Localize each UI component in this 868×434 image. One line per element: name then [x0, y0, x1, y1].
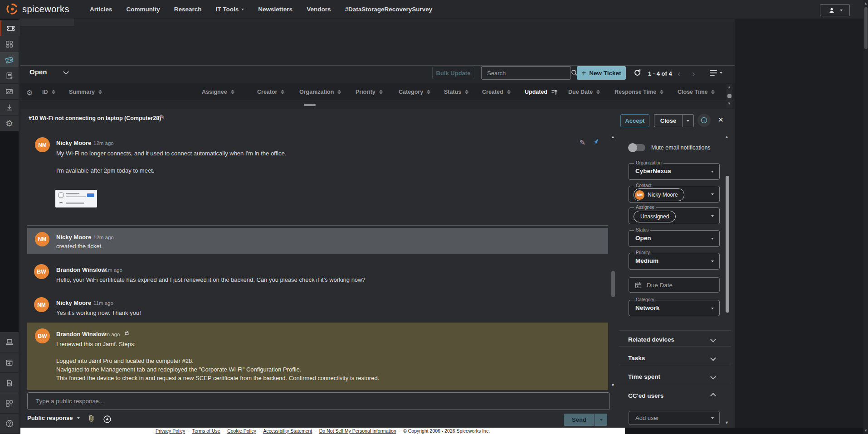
nav-item-it-tools[interactable]: IT Tools [216, 6, 244, 13]
column-header-created[interactable]: Created [482, 83, 511, 101]
sidebar-item-widgets-alert[interactable] [0, 393, 19, 414]
nav-item-vendors[interactable]: Vendors [307, 6, 331, 13]
panel-scroll-down-icon[interactable]: ▼ [725, 420, 729, 425]
category-select[interactable]: Category Network [629, 300, 720, 316]
thread-scroll-down-icon[interactable]: ▼ [611, 383, 615, 387]
message-time: 12m ago [93, 235, 114, 240]
panel-scroll-up-icon[interactable]: ▲ [725, 135, 729, 139]
column-header-close-time[interactable]: Close Time [678, 83, 715, 101]
panel-scrollbar-thumb[interactable] [726, 176, 729, 313]
priority-select[interactable]: Priority Medium [629, 253, 720, 270]
next-page-icon[interactable]: › [692, 68, 695, 79]
response-mode-dropdown[interactable]: Public response [27, 415, 80, 421]
section-related-devices[interactable]: Related devices [628, 336, 719, 343]
footer-link-accessibility[interactable]: Accessibility Statement [259, 428, 312, 434]
brand-name[interactable]: spiceworks [22, 4, 69, 14]
brand[interactable]: spiceworks [5, 2, 69, 16]
nav-item-community[interactable]: Community [127, 6, 160, 13]
footer-link-privacy[interactable]: Privacy Policy [156, 428, 185, 434]
table-horizontal-scrollbar-thumb[interactable] [304, 104, 316, 106]
footer-link-do-not-sell[interactable]: Do Not Sell My Personal Information [315, 428, 396, 434]
nav-item-survey[interactable]: #DataStorageRecoverySurvey [345, 6, 432, 13]
response-input[interactable] [28, 398, 610, 405]
laptop-icon [5, 338, 14, 347]
edit-message-pencil-icon[interactable]: ✎ [580, 139, 585, 147]
ticket-filter-dropdown[interactable]: Open [29, 68, 68, 76]
scroll-up-arrow-icon[interactable]: ▲ [727, 85, 731, 89]
send-button[interactable]: Send [564, 414, 595, 426]
refresh-icon[interactable] [633, 68, 642, 77]
footer-link-cookie[interactable]: Cookie Policy [223, 428, 256, 434]
pin-message-icon[interactable] [592, 138, 600, 146]
column-header-priority[interactable]: Priority [356, 83, 383, 101]
column-header-organization[interactable]: Organization [299, 83, 341, 101]
nav-item-newsletters[interactable]: Newsletters [258, 6, 293, 13]
thread-scrollbar-thumb[interactable] [611, 271, 615, 297]
sidebar-item-tickets-active[interactable] [0, 52, 19, 68]
section-tasks[interactable]: Tasks [628, 355, 719, 362]
add-user-select[interactable]: Add user [629, 411, 720, 425]
column-header-status[interactable]: Status [444, 83, 468, 101]
message-text: Hello, your WiFi certificate has expired… [56, 276, 366, 283]
attachment-thumbnail[interactable] [55, 190, 97, 207]
column-header-category[interactable]: Category [399, 83, 430, 101]
prev-page-icon[interactable]: ‹ [678, 68, 681, 79]
column-header-creator[interactable]: Creator [257, 83, 284, 101]
sidebar-item-tickets-stub[interactable] [0, 20, 20, 36]
scroll-up-arrow-icon[interactable]: ▲ [864, 1, 868, 5]
due-date-button[interactable]: Due Date [629, 277, 720, 293]
sidebar-item-devices[interactable] [0, 332, 19, 352]
view-options-button[interactable] [709, 69, 722, 77]
event-text: created the ticket. [56, 243, 103, 250]
section-time-spent[interactable]: Time spent [628, 373, 719, 380]
attach-paperclip-icon[interactable] [87, 413, 97, 424]
nav-item-research[interactable]: Research [174, 6, 202, 13]
ticket-info-button[interactable] [697, 114, 711, 127]
status-select[interactable]: Status Open [629, 230, 720, 247]
send-options-button[interactable] [595, 414, 607, 426]
accept-button[interactable]: Accept [620, 114, 649, 127]
user-menu-button[interactable] [820, 4, 850, 16]
mute-toggle[interactable] [629, 144, 645, 151]
close-options-button[interactable] [682, 114, 694, 127]
sidebar-item-help[interactable] [0, 414, 19, 434]
scroll-down-arrow-icon[interactable]: ▼ [727, 101, 731, 106]
column-config-gear-icon[interactable]: ⚙ [26, 88, 33, 97]
nav-item-articles[interactable]: Articles [90, 6, 112, 13]
section-cced-users[interactable]: CC'ed users [628, 392, 719, 399]
sidebar-item-downloads[interactable] [0, 100, 19, 116]
column-header-assignee[interactable]: Assignee [202, 83, 234, 101]
sort-icon [711, 90, 715, 94]
page-scrollbar[interactable]: ▲ ▼ [863, 0, 868, 434]
assignee-select[interactable]: Assignee Unassigned [629, 207, 720, 224]
field-label: Priority [634, 250, 652, 255]
sidebar-item-invoices[interactable]: $ [0, 373, 19, 393]
column-header-summary[interactable]: Summary [69, 83, 102, 101]
column-header-id[interactable]: ID [42, 83, 55, 101]
close-panel-x-icon[interactable]: × [718, 115, 723, 124]
sidebar-item-reports[interactable] [0, 84, 19, 100]
scroll-down-arrow-icon[interactable]: ▼ [864, 429, 868, 433]
search-input[interactable] [482, 70, 571, 77]
contact-chip[interactable]: NM Nicky Moore [634, 188, 684, 201]
sidebar-item-app-install[interactable] [0, 352, 19, 373]
assignee-chip[interactable]: Unassigned [634, 211, 676, 222]
close-button[interactable]: Close [654, 114, 682, 127]
edit-title-pencil-icon[interactable]: ✎ [160, 113, 165, 121]
column-header-response-time[interactable]: Response Time [614, 83, 663, 101]
column-header-due-date[interactable]: Due Date [568, 83, 600, 101]
table-vertical-scrollbar[interactable]: ▲ ▼ [727, 84, 732, 108]
scrollbar-thumb[interactable] [864, 7, 868, 49]
new-ticket-button[interactable]: + New Ticket [577, 66, 626, 80]
contact-select[interactable]: Contact NM Nicky Moore [629, 186, 720, 203]
sidebar-item-checklist[interactable] [0, 68, 19, 84]
bulk-update-button[interactable]: Bulk Update [432, 67, 474, 79]
footer-link-terms[interactable]: Terms of Use [188, 428, 220, 434]
sidebar-item-settings[interactable]: ⚙ [0, 116, 19, 131]
column-header-updated-sorted[interactable]: Updated [525, 83, 558, 101]
organization-select[interactable]: Organization CyberNexus [629, 163, 720, 180]
thread-scroll-up-icon[interactable]: ▲ [611, 135, 615, 139]
sidebar-item-dashboard[interactable] [0, 36, 19, 52]
canned-response-icon[interactable] [102, 415, 112, 424]
scrollbar-thumb[interactable] [727, 94, 731, 98]
